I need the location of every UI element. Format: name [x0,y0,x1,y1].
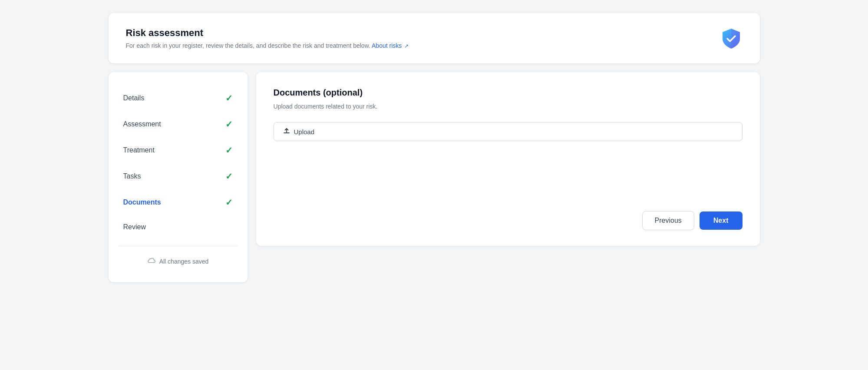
nav-item-details[interactable]: Details ✓ [119,85,237,111]
nav-label-details: Details [123,94,145,102]
nav-item-review[interactable]: Review [119,215,237,239]
page-container: Risk assessment For each risk in your re… [109,13,760,282]
nav-item-tasks[interactable]: Tasks ✓ [119,163,237,189]
panel-footer: Previous Next [274,194,743,230]
check-icon-documents: ✓ [225,197,233,208]
about-risks-link[interactable]: About risks ↗ [372,42,409,49]
nav-item-treatment[interactable]: Treatment ✓ [119,137,237,163]
nav-label-treatment: Treatment [123,146,155,154]
nav-label-tasks: Tasks [123,172,141,180]
upload-icon [283,127,290,136]
panel-title: Documents (optional) [274,88,743,98]
upload-button[interactable]: Upload [274,122,743,141]
check-icon-treatment: ✓ [225,145,233,155]
panel-subtitle: Upload documents related to your risk. [274,103,743,110]
nav-label-review: Review [123,223,146,231]
sidebar-card: Details ✓ Assessment ✓ Treatment ✓ Tasks… [109,72,248,282]
all-changes-saved: All changes saved [119,253,237,269]
nav-item-documents[interactable]: Documents ✓ [119,189,237,215]
upload-button-label: Upload [294,128,315,135]
next-button[interactable]: Next [700,211,743,230]
cloud-icon [147,257,156,266]
external-link-icon: ↗ [404,43,409,49]
header-card: Risk assessment For each risk in your re… [109,13,760,63]
header-text: Risk assessment For each risk in your re… [126,27,409,49]
main-panel: Documents (optional) Upload documents re… [256,72,760,246]
previous-button[interactable]: Previous [642,211,694,230]
header-description: For each risk in your register, review t… [126,42,409,49]
saved-text: All changes saved [159,258,209,265]
nav-item-assessment[interactable]: Assessment ✓ [119,111,237,137]
main-content: Details ✓ Assessment ✓ Treatment ✓ Tasks… [109,72,760,282]
shield-icon [720,27,743,50]
check-icon-assessment: ✓ [225,119,233,129]
nav-label-assessment: Assessment [123,120,161,128]
check-icon-tasks: ✓ [225,171,233,182]
check-icon-details: ✓ [225,93,233,103]
sidebar-divider [119,246,237,246]
nav-label-documents: Documents [123,198,161,206]
page-title: Risk assessment [126,27,409,39]
nav-items: Details ✓ Assessment ✓ Treatment ✓ Tasks… [119,85,237,239]
